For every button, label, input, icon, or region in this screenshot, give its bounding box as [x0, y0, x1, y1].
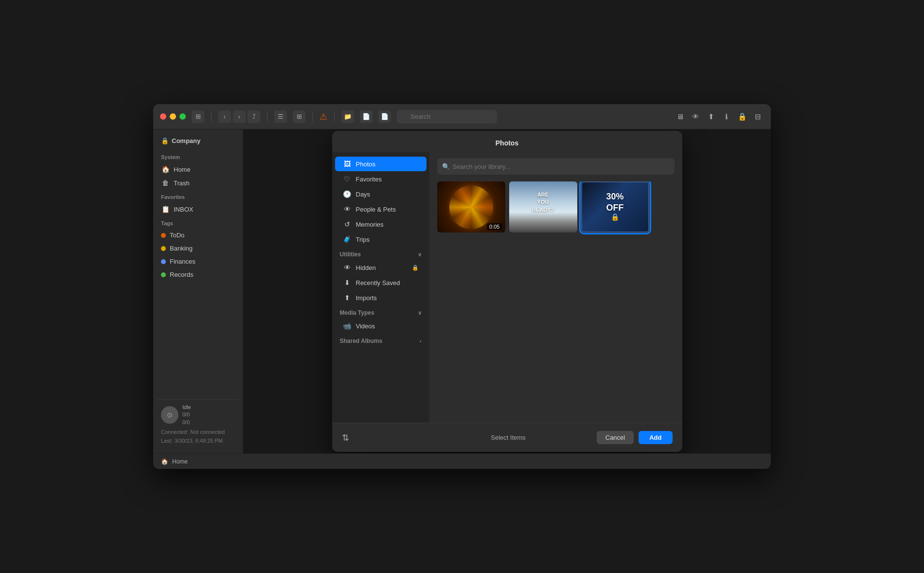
sidebar-status: ⊙ Idle 0/0 0/0: [161, 404, 235, 426]
sidebar-item-home[interactable]: 🏠 Home: [157, 163, 239, 176]
nav-buttons: ‹ › ⤴: [218, 110, 260, 123]
sidebar-item-photos[interactable]: 🖼 Photos: [335, 157, 426, 171]
lock-hidden-icon: 🔒: [412, 265, 419, 271]
finances-dot: [161, 259, 166, 264]
separator4: [334, 112, 335, 122]
sort-icon[interactable]: ⇅: [342, 432, 349, 443]
cancel-button[interactable]: Cancel: [597, 431, 634, 444]
photo-item-2[interactable]: [509, 181, 577, 233]
traffic-lights: [160, 113, 186, 120]
avatar: ⊙: [161, 406, 178, 424]
utilities-section-header[interactable]: Utilities ∨: [332, 247, 429, 260]
hidden-nav-icon: 👁: [343, 264, 352, 271]
connected-row: Connected: Not connected: [161, 426, 235, 435]
sidebar-item-people-pets[interactable]: 👁 People & Pets: [335, 202, 426, 216]
titlebar-icons: 🖥 👁 ⬆ ℹ 🔒 ⊟: [674, 110, 764, 123]
modal-overlay: Photos 🖼 Photos ♡ Favorite: [243, 129, 771, 453]
back-button[interactable]: ‹: [218, 110, 231, 123]
sidebar-item-trash[interactable]: 🗑 Trash: [157, 177, 239, 189]
trips-nav-icon: 🧳: [343, 235, 352, 243]
maximize-button[interactable]: [179, 113, 186, 120]
forward-button[interactable]: ›: [233, 110, 246, 123]
trash-icon: 🗑: [161, 179, 170, 187]
photo-item-3[interactable]: [581, 181, 649, 233]
video-duration: 0:05: [487, 223, 502, 230]
separator: [211, 112, 212, 122]
sidebar-item-days[interactable]: 🕐 Days: [335, 187, 426, 201]
photos-search-wrap: 🔍: [437, 158, 675, 175]
sidebar-toggle-button[interactable]: ⊞: [192, 110, 204, 123]
sidebar-item-inbox[interactable]: 📋 INBOX: [157, 203, 239, 215]
modal-title: Photos: [496, 139, 518, 147]
sidebar-item-trips[interactable]: 🧳 Trips: [335, 232, 426, 247]
imports-nav-icon: ⬆: [343, 294, 352, 302]
app-sidebar: 🔒 Company System 🏠 Home 🗑 Trash Favorite…: [153, 129, 243, 453]
last-row: Last: 3/30/23, 6:48:25 PM: [161, 435, 235, 444]
separator3: [312, 112, 313, 122]
folder-button[interactable]: 📁: [341, 110, 354, 123]
chevron-right-shared-icon: ›: [420, 338, 422, 344]
media-types-section-header[interactable]: Media Types ∨: [332, 305, 429, 318]
separator2: [267, 112, 267, 122]
todo-dot: [161, 233, 166, 238]
close-button[interactable]: [160, 113, 166, 120]
sidebar-bottom: ⊙ Idle 0/0 0/0 Connected: Not connected …: [157, 399, 239, 448]
add-button[interactable]: Add: [639, 431, 672, 444]
section-system: System: [157, 150, 239, 162]
eye-icon[interactable]: 👁: [689, 110, 702, 123]
photos-modal: Photos 🖼 Photos ♡ Favorite: [332, 131, 682, 452]
records-dot: [161, 272, 166, 277]
shared-albums-section-header[interactable]: Shared Albums ›: [332, 334, 429, 346]
minimize-button[interactable]: [170, 113, 176, 120]
doc2-button[interactable]: 📄: [378, 110, 391, 123]
breadcrumb-home: Home: [172, 458, 188, 465]
share-icon[interactable]: ⬆: [705, 110, 717, 123]
sidebar-item-hidden[interactable]: 👁 Hidden 🔒: [335, 260, 426, 275]
section-favorites: Favorites: [157, 190, 239, 202]
photos-grid: 0:05: [437, 181, 675, 417]
photo-item-1[interactable]: 0:05: [437, 181, 505, 233]
content-area: 🔒 Company System 🏠 Home 🗑 Trash Favorite…: [153, 129, 771, 453]
titlebar: ⊞ ‹ › ⤴ ☰ ⊞ ⚠ 📁 📄 📄 🔍 🖥 👁 ⬆ ℹ 🔒 ⊟: [153, 104, 771, 129]
sidebar-item-records[interactable]: Records: [157, 269, 239, 281]
sidebar-item-videos[interactable]: 📹 Videos: [335, 319, 426, 333]
photos-search-input[interactable]: [437, 158, 675, 175]
search-input[interactable]: [397, 110, 497, 124]
sidebar-item-recently-saved[interactable]: ⬇ Recently Saved: [335, 275, 426, 290]
main-content: Photos 🖼 Photos ♡ Favorite: [243, 129, 771, 453]
photos-sidebar: 🖼 Photos ♡ Favorites 🕐 Days: [332, 152, 429, 423]
favorites-nav-icon: ♡: [343, 175, 352, 183]
sidebar-item-memories[interactable]: ↺ Memories: [335, 217, 426, 232]
company-label: 🔒 Company: [157, 135, 239, 149]
status-text: Idle 0/0 0/0: [182, 404, 191, 426]
lock-icon[interactable]: 🔒: [736, 110, 748, 123]
list-view-button[interactable]: ☰: [274, 110, 287, 123]
home-icon: 🏠: [161, 165, 170, 173]
lock-company-icon: 🔒: [161, 137, 169, 144]
home-bottom-icon: 🏠: [161, 458, 168, 465]
sidebar-item-favorites[interactable]: ♡ Favorites: [335, 172, 426, 186]
photos-content: 🔍 0:05: [429, 152, 682, 423]
warning-icon: ⚠: [320, 111, 327, 122]
sidebar-item-imports[interactable]: ⬆ Imports: [335, 290, 426, 305]
photos-nav-icon: 🖼: [343, 160, 352, 168]
sidebar-item-todo[interactable]: ToDo: [157, 229, 239, 241]
info-icon[interactable]: ℹ: [720, 110, 733, 123]
section-tags: Tags: [157, 216, 239, 228]
bottom-bar: 🏠 Home: [153, 453, 771, 469]
sidebar-item-banking[interactable]: Banking: [157, 242, 239, 254]
inbox-icon: 📋: [161, 205, 170, 213]
modal-footer: ⇅ Select Items Cancel Add: [332, 423, 682, 452]
select-items-label: Select Items: [491, 434, 526, 441]
days-nav-icon: 🕐: [343, 190, 352, 198]
sidebar-right-icon[interactable]: ⊟: [751, 110, 764, 123]
display-icon[interactable]: 🖥: [674, 110, 686, 123]
search-wrap: 🔍: [397, 110, 497, 124]
memories-nav-icon: ↺: [343, 220, 352, 228]
modal-body: 🖼 Photos ♡ Favorites 🕐 Days: [332, 152, 682, 423]
up-button[interactable]: ⤴: [248, 110, 260, 123]
doc1-button[interactable]: 📄: [360, 110, 373, 123]
sidebar-item-finances[interactable]: Finances: [157, 255, 239, 268]
chevron-down-icon: ∨: [418, 251, 422, 258]
grid-view-button[interactable]: ⊞: [293, 110, 305, 123]
